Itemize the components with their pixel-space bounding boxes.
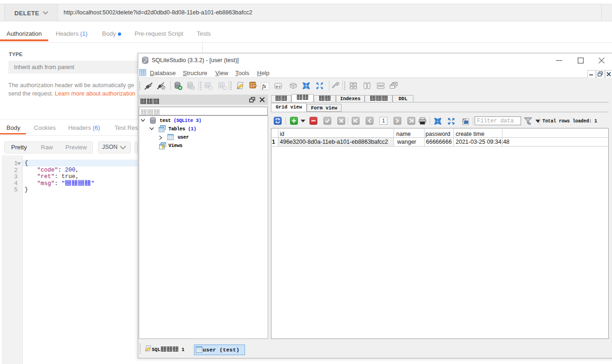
svg-text:a·z: a·z <box>276 84 281 89</box>
svg-text:T: T <box>529 122 531 126</box>
svg-text:fx: fx <box>262 83 266 89</box>
